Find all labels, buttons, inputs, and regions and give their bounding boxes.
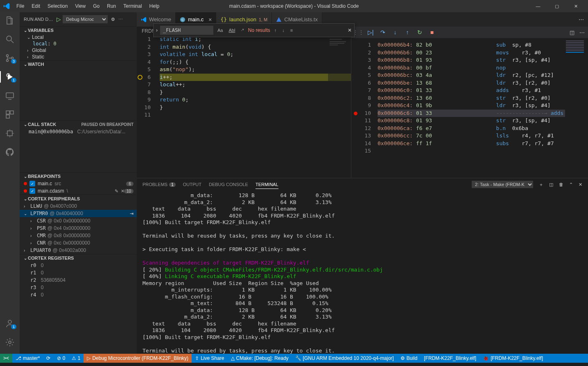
menu-selection[interactable]: Selection <box>44 2 71 11</box>
register-row[interactable]: r4 0 <box>20 291 137 299</box>
callstack-row[interactable]: main@0x000006ba C:/Users/erich/Data/... <box>20 128 137 135</box>
peripheral-row[interactable]: ›LPUART0 @ 0x4002a000 <box>20 247 137 254</box>
activity-settings-icon[interactable] <box>5 337 15 347</box>
status-sync[interactable]: ⟳ <box>43 355 54 361</box>
peripheral-row[interactable]: ›LLWU @ 0x4007c000 <box>20 202 137 210</box>
register-row[interactable]: r0 0 <box>20 262 137 269</box>
activity-remote-icon[interactable] <box>5 91 15 101</box>
window-minimize[interactable]: — <box>532 4 544 9</box>
breakpoints-header[interactable]: ⌄BREAKPOINTS <box>20 173 137 180</box>
callstack-header[interactable]: ⌄CALL STACKPAUSED ON BREAKPOINT <box>20 121 137 128</box>
disassembly-view[interactable]: 123456789101112131415 0x000006b4: 82 b0 … <box>351 38 588 178</box>
status-branch[interactable]: ⎇master* <box>12 355 43 361</box>
activity-scm-icon[interactable]: 3 <box>5 53 15 63</box>
menu-run[interactable]: Run <box>104 2 119 11</box>
remove-icon[interactable]: ✕ <box>121 189 124 194</box>
panel-tab-output[interactable]: OUTPUT <box>183 180 201 189</box>
debug-restart-icon[interactable]: ↻ <box>416 29 423 36</box>
panel-close-icon[interactable]: ✕ <box>579 182 582 187</box>
breakpoint-checkbox[interactable]: ✓ <box>29 188 35 194</box>
peripheral-row[interactable]: ⌄LPTMR0 @ 0x40040000⇥ <box>20 210 137 217</box>
terminal-select[interactable]: 2: Task - Make (FRDM-K <box>472 181 533 188</box>
register-row[interactable]: r2 536805504 <box>20 276 137 284</box>
editor-more-icon[interactable]: ⋯ <box>579 29 585 36</box>
edit-icon[interactable]: ✎ <box>115 189 118 194</box>
terminal-kill-icon[interactable]: 🗑 <box>559 182 563 187</box>
sidebar-more-icon[interactable]: ⋯ <box>118 17 123 22</box>
debug-continue-icon[interactable]: ▷| <box>367 29 374 36</box>
find-prev-icon[interactable]: ↑ <box>273 27 278 34</box>
terminal-new-icon[interactable]: ＋ <box>539 182 543 188</box>
menu-edit[interactable]: Edit <box>28 2 43 11</box>
find-case-icon[interactable]: Aa <box>216 27 224 34</box>
menu-file[interactable]: File <box>13 2 27 11</box>
debug-config-select[interactable]: Debug Microc <box>63 15 108 23</box>
activity-debug-icon[interactable]: 1 <box>5 72 15 82</box>
code-editor[interactable]: 1234567891011 static int i;int main(void… <box>137 36 351 178</box>
menu-go[interactable]: Go <box>90 2 103 11</box>
panel-tab-terminal[interactable]: TERMINAL <box>256 180 278 189</box>
status-target1[interactable]: [FRDM-K22F_Blinky.elf] <box>421 355 479 361</box>
debug-step-out-icon[interactable]: ↑ <box>404 29 411 36</box>
peripheral-row[interactable]: ›CSR @ 0x0 0x00000000 <box>20 217 137 225</box>
menu-view[interactable]: View <box>72 2 89 11</box>
window-close[interactable]: ✕ <box>570 4 581 9</box>
activity-explorer-icon[interactable] <box>5 16 15 25</box>
panel-tab-problems[interactable]: PROBLEMS1 <box>142 180 176 189</box>
menu-help[interactable]: Help <box>146 2 163 11</box>
status-debug-config[interactable]: ▷Debug Microcontroller (FRDM-K22F_Blinky… <box>84 354 192 363</box>
peripheral-row[interactable]: ›CMR @ 0x8 0x00000000 <box>20 232 137 239</box>
pin-icon[interactable]: ⇥ <box>130 211 133 216</box>
watch-header[interactable]: ⌄WATCH <box>20 61 137 68</box>
terminal-split-icon[interactable]: ◫ <box>549 182 553 187</box>
variables-static-scope[interactable]: ›Static <box>20 54 137 60</box>
find-selection-icon[interactable]: ≡ <box>289 27 294 34</box>
activity-github-icon[interactable] <box>5 147 15 157</box>
status-kit[interactable]: 🔧[GNU ARM Embedded 10 2020-q4-major] <box>292 355 397 361</box>
variables-local-scope[interactable]: ⌄Local <box>20 34 137 40</box>
status-remote[interactable]: >< <box>0 354 12 363</box>
status-warnings[interactable]: ⚠ 1 <box>68 355 84 361</box>
menu-terminal[interactable]: Terminal <box>120 2 145 11</box>
status-live-share[interactable]: ⇪Live Share <box>192 355 227 361</box>
tab-overflow-icon[interactable]: ⋯ <box>574 12 588 27</box>
panel-tab-debug-console[interactable]: DEBUG CONSOLE <box>209 180 248 189</box>
breakpoint-checkbox[interactable]: ✓ <box>29 181 35 186</box>
find-regex-icon[interactable]: ·* <box>239 27 245 34</box>
find-input[interactable] <box>160 26 213 35</box>
peripheral-row[interactable]: ›CNR @ 0xc 0x00000000 <box>20 239 137 247</box>
variables-global-scope[interactable]: ›Global <box>20 47 137 54</box>
activity-chip-icon[interactable] <box>5 128 15 138</box>
start-debug-icon[interactable]: ▷ <box>57 16 61 22</box>
minimap[interactable] <box>565 38 588 178</box>
activity-extensions-icon[interactable] <box>5 110 15 119</box>
tab-close-icon[interactable]: × <box>208 16 212 23</box>
cortex-registers-header[interactable]: ⌄CORTEX REGISTERS <box>20 254 137 262</box>
activity-search-icon[interactable] <box>5 34 15 44</box>
breakpoint-row[interactable]: ✓ main.cdasm \ ✎✕ 10 <box>20 187 137 195</box>
window-maximize[interactable]: ▢ <box>551 4 563 9</box>
debug-step-into-icon[interactable]: ↓ <box>391 29 399 36</box>
find-toggle-icon[interactable]: › <box>156 27 158 33</box>
debug-stop-icon[interactable]: ■ <box>428 29 436 36</box>
register-row[interactable]: r1 0 <box>20 269 137 276</box>
status-cmake[interactable]: △CMake: [Debug]: Ready <box>228 355 292 361</box>
find-next-icon[interactable]: ↓ <box>280 27 286 34</box>
panel-maximize-icon[interactable]: ⌃ <box>569 182 573 187</box>
cortex-peripherals-header[interactable]: ⌄CORTEX PERIPHERALS <box>20 195 137 202</box>
peripheral-row[interactable]: ›PSR @ 0x4 0x00000000 <box>20 225 137 232</box>
minimap[interactable] <box>328 36 351 178</box>
activity-accounts-icon[interactable]: 1 <box>5 319 15 328</box>
status-build[interactable]: ⚙Build <box>397 355 421 361</box>
status-debug-target[interactable]: 🐞[FRDM-K22F_Blinky.elf] <box>479 355 546 361</box>
debug-grip-icon[interactable]: ⋮⋮ <box>355 29 362 36</box>
variables-header[interactable]: ⌄VARIABLES <box>20 27 137 34</box>
variable-row[interactable]: local: 0 <box>20 40 137 47</box>
find-word-icon[interactable]: Abl <box>227 27 237 34</box>
split-editor-icon[interactable]: ◫ <box>570 29 574 36</box>
status-errors[interactable]: ⊘ 0 <box>54 355 68 361</box>
terminal-body[interactable]: m_data: 128 B 64 KB 0.20% m_data_2: 2 KB… <box>137 191 588 354</box>
config-gear-icon[interactable]: ⚙ <box>111 17 115 22</box>
register-row[interactable]: r3 0 <box>20 284 137 291</box>
breakpoint-row[interactable]: ✓ main.c src 6 <box>20 180 137 187</box>
